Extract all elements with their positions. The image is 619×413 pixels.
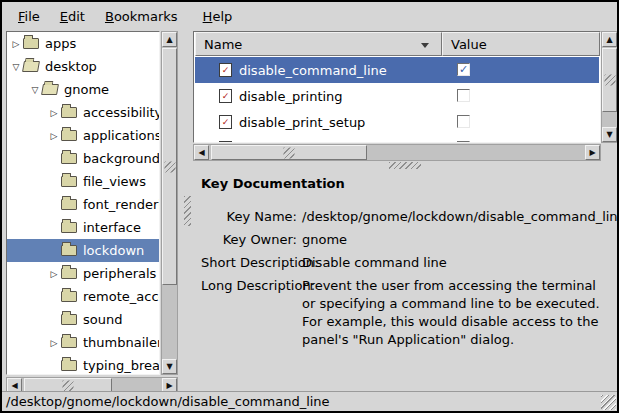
tree-item-label: file_views [83,174,146,189]
scroll-left-icon[interactable] [194,145,209,160]
checkbox-checked[interactable] [457,63,470,76]
tree-item-file-views[interactable]: file_views [7,170,159,193]
tree-item-applications[interactable]: applications [7,124,159,147]
scroll-right-icon[interactable] [585,145,600,160]
tree-item-background[interactable]: background [7,147,159,170]
tree-item-gnome[interactable]: gnome [7,78,159,101]
folder-closed-icon [61,245,77,256]
doc-field-long-description: Long Description: Prevent the user from … [201,277,617,349]
tree-item-label: desktop [45,59,97,74]
key-name: disable_print_setup [239,115,365,130]
folder-closed-icon [61,199,77,210]
tree-item-label: remote_access [83,289,160,304]
folder-closed-icon [23,38,39,49]
list-row-disable-command-line[interactable]: disable_command_line [195,57,599,83]
scroll-down-icon[interactable] [602,127,617,142]
tree-item-remote-access[interactable]: remote_access [7,285,159,308]
menu-bookmarks[interactable]: Bookmarks [95,5,188,28]
key-icon [219,141,232,143]
checkbox-unchecked[interactable] [457,141,470,143]
tree-item-label: thumbnailers [83,335,160,350]
tree-item-thumbnailers[interactable]: thumbnailers [7,331,159,354]
menu-edit[interactable]: Edit [50,5,95,28]
folder-closed-icon [61,314,77,325]
docs-title: Key Documentation [201,176,617,191]
tree-item-interface[interactable]: interface [7,216,159,239]
tree-item-label: font_rendering [83,197,160,212]
scroll-up-icon[interactable] [162,32,177,47]
tree-item-label: typing_break [83,358,160,373]
config-tree: apps desktop gnome accessibility applica… [6,31,160,375]
key-list: Name Value disable_command_line disable_… [193,31,601,143]
tree-item-apps[interactable]: apps [7,32,159,55]
key-icon [219,115,232,129]
tree-item-font-rendering[interactable]: font_rendering [7,193,159,216]
tree-item-label: accessibility [83,105,160,120]
key-icon [219,63,232,77]
doc-field-key-name: Key Name: /desktop/gnome/lockdown/disabl… [201,208,617,226]
key-name: disable_printing [239,89,343,104]
menu-file[interactable]: File [8,5,50,28]
list-row-disable-printing[interactable]: disable_printing [195,83,599,109]
tree-item-desktop[interactable]: desktop [7,55,159,78]
tree-vscrollbar[interactable] [161,31,178,375]
checkbox-unchecked[interactable] [457,115,470,128]
folder-closed-icon [61,153,77,164]
folder-closed-icon [61,130,77,141]
expander-expanded-icon[interactable] [9,62,23,72]
scroll-up-icon[interactable] [602,32,617,47]
list-row-disable-print-setup[interactable]: disable_print_setup [195,109,599,135]
expander-collapsed-icon[interactable] [9,39,23,49]
expander-expanded-icon[interactable] [28,85,42,95]
tree-item-label: interface [83,220,141,235]
tree-vscrollbar-thumb[interactable] [162,48,177,285]
doc-field-short-description: Short Description: Disable command line [201,254,617,272]
sort-indicator-icon [421,43,429,48]
list-hscrollbar-thumb[interactable] [211,145,367,160]
expander-collapsed-icon[interactable] [47,108,61,118]
folder-closed-icon [61,176,77,187]
column-header-value[interactable]: Value [442,32,600,56]
list-hscrollbar[interactable] [193,144,601,161]
splitter-grip-icon [184,196,191,226]
tree-item-peripherals[interactable]: peripherals [7,262,159,285]
tree-item-lockdown[interactable]: lockdown [7,239,159,262]
tree-item-label: apps [45,36,76,51]
tree-item-label: applications [83,128,160,143]
folder-open-icon [41,84,59,95]
expander-collapsed-icon[interactable] [47,131,61,141]
key-name: disable_command_line [239,63,387,78]
tree-item-label: gnome [64,82,109,97]
list-vscrollbar-thumb[interactable] [602,48,617,112]
tree-item-sound[interactable]: sound [7,308,159,331]
tree-item-label: lockdown [83,243,144,258]
list-vscrollbar[interactable] [601,31,618,143]
splitter-grip-icon [389,162,421,169]
menu-help[interactable]: Help [193,5,243,28]
horizontal-splitter[interactable] [193,161,617,170]
expander-collapsed-icon[interactable] [47,338,61,348]
checkbox-unchecked[interactable] [457,89,470,102]
menu-bar: File Edit Bookmarks Help [2,2,617,30]
folder-closed-icon [61,360,77,371]
folder-closed-icon [61,107,77,118]
folder-open-icon [22,61,40,72]
gconf-editor-window: File Edit Bookmarks Help apps desktop gn… [0,0,619,413]
vertical-splitter[interactable] [183,31,192,391]
resize-grip-icon[interactable] [601,395,616,410]
folder-closed-icon [61,337,77,348]
key-name: disable_save_to_disk [239,141,375,144]
scroll-down-icon[interactable] [162,359,177,374]
folder-closed-icon [61,222,77,233]
doc-field-key-owner: Key Owner: gnome [201,231,617,249]
expander-collapsed-icon[interactable] [47,269,61,279]
list-row-disable-save-to-disk[interactable]: disable_save_to_disk [195,135,599,143]
tree-item-typing-break[interactable]: typing_break [7,354,159,375]
folder-closed-icon [61,268,77,279]
column-header-name[interactable]: Name [195,32,442,56]
tree-item-accessibility[interactable]: accessibility [7,101,159,124]
status-bar-path: /desktop/gnome/lockdown/disable_command_… [6,394,330,409]
folder-closed-icon [61,291,77,302]
tree-item-label: peripherals [83,266,156,281]
status-bar: /desktop/gnome/lockdown/disable_command_… [2,391,617,411]
